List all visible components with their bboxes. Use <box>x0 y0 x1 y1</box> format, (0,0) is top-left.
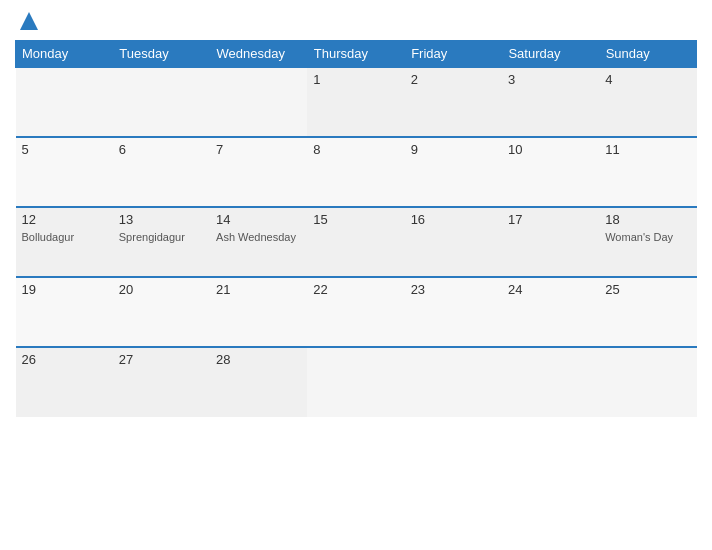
calendar-cell: 24 <box>502 277 599 347</box>
svg-marker-0 <box>20 12 38 30</box>
day-number: 21 <box>216 282 301 297</box>
calendar-cell: 27 <box>113 347 210 417</box>
calendar-cell: 9 <box>405 137 502 207</box>
calendar-cell <box>210 67 307 137</box>
calendar-cell <box>502 347 599 417</box>
day-number: 1 <box>313 72 398 87</box>
day-number: 8 <box>313 142 398 157</box>
day-number: 6 <box>119 142 204 157</box>
calendar-cell: 25 <box>599 277 696 347</box>
calendar-cell: 20 <box>113 277 210 347</box>
logo <box>15 10 40 32</box>
event-text: Ash Wednesday <box>216 230 301 244</box>
calendar-cell: 28 <box>210 347 307 417</box>
calendar-cell: 3 <box>502 67 599 137</box>
weekday-header-saturday: Saturday <box>502 41 599 68</box>
calendar-cell: 26 <box>16 347 113 417</box>
calendar-cell: 6 <box>113 137 210 207</box>
day-number: 19 <box>22 282 107 297</box>
weekday-header-thursday: Thursday <box>307 41 404 68</box>
calendar-week-row: 19202122232425 <box>16 277 697 347</box>
calendar-cell: 16 <box>405 207 502 277</box>
calendar-cell <box>16 67 113 137</box>
calendar-cell: 7 <box>210 137 307 207</box>
calendar-cell: 23 <box>405 277 502 347</box>
weekday-header-friday: Friday <box>405 41 502 68</box>
calendar-cell: 17 <box>502 207 599 277</box>
calendar-cell <box>113 67 210 137</box>
day-number: 26 <box>22 352 107 367</box>
calendar-cell: 15 <box>307 207 404 277</box>
calendar-cell <box>599 347 696 417</box>
calendar-cell: 2 <box>405 67 502 137</box>
weekday-header-sunday: Sunday <box>599 41 696 68</box>
calendar-container: MondayTuesdayWednesdayThursdayFridaySatu… <box>0 0 712 550</box>
day-number: 10 <box>508 142 593 157</box>
calendar-header <box>15 10 697 32</box>
calendar-cell: 8 <box>307 137 404 207</box>
weekday-header-row: MondayTuesdayWednesdayThursdayFridaySatu… <box>16 41 697 68</box>
calendar-cell: 10 <box>502 137 599 207</box>
day-number: 16 <box>411 212 496 227</box>
calendar-cell: 14Ash Wednesday <box>210 207 307 277</box>
day-number: 12 <box>22 212 107 227</box>
day-number: 18 <box>605 212 690 227</box>
calendar-cell: 22 <box>307 277 404 347</box>
calendar-table: MondayTuesdayWednesdayThursdayFridaySatu… <box>15 40 697 417</box>
calendar-cell <box>307 347 404 417</box>
event-text: Sprengidagur <box>119 230 204 244</box>
day-number: 24 <box>508 282 593 297</box>
day-number: 17 <box>508 212 593 227</box>
calendar-week-row: 567891011 <box>16 137 697 207</box>
event-text: Bolludagur <box>22 230 107 244</box>
day-number: 3 <box>508 72 593 87</box>
day-number: 13 <box>119 212 204 227</box>
weekday-header-tuesday: Tuesday <box>113 41 210 68</box>
day-number: 28 <box>216 352 301 367</box>
day-number: 23 <box>411 282 496 297</box>
calendar-cell: 4 <box>599 67 696 137</box>
calendar-cell: 11 <box>599 137 696 207</box>
calendar-cell: 19 <box>16 277 113 347</box>
day-number: 5 <box>22 142 107 157</box>
logo-icon <box>18 10 40 32</box>
calendar-cell: 21 <box>210 277 307 347</box>
calendar-week-row: 1234 <box>16 67 697 137</box>
day-number: 7 <box>216 142 301 157</box>
day-number: 15 <box>313 212 398 227</box>
day-number: 27 <box>119 352 204 367</box>
calendar-week-row: 262728 <box>16 347 697 417</box>
day-number: 9 <box>411 142 496 157</box>
calendar-cell: 1 <box>307 67 404 137</box>
day-number: 20 <box>119 282 204 297</box>
calendar-cell: 12Bolludagur <box>16 207 113 277</box>
day-number: 22 <box>313 282 398 297</box>
calendar-cell: 13Sprengidagur <box>113 207 210 277</box>
calendar-cell: 18Woman's Day <box>599 207 696 277</box>
weekday-header-wednesday: Wednesday <box>210 41 307 68</box>
day-number: 11 <box>605 142 690 157</box>
day-number: 2 <box>411 72 496 87</box>
event-text: Woman's Day <box>605 230 690 244</box>
calendar-cell: 5 <box>16 137 113 207</box>
day-number: 4 <box>605 72 690 87</box>
weekday-header-monday: Monday <box>16 41 113 68</box>
day-number: 14 <box>216 212 301 227</box>
day-number: 25 <box>605 282 690 297</box>
calendar-cell <box>405 347 502 417</box>
calendar-week-row: 12Bolludagur13Sprengidagur14Ash Wednesda… <box>16 207 697 277</box>
